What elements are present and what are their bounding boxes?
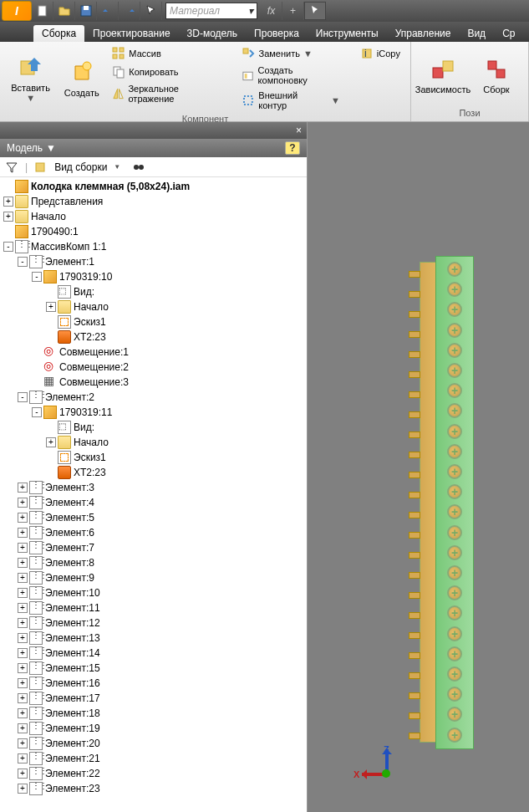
tree-element-19[interactable]: +Элемент:19: [3, 721, 307, 736]
qat-plus-icon[interactable]: +: [282, 2, 304, 20]
tree-element-18[interactable]: +Элемент:18: [3, 706, 307, 721]
tree-element-11[interactable]: +Элемент:11: [3, 600, 307, 615]
insert-button[interactable]: Вставить ▼: [7, 45, 54, 112]
expand-icon[interactable]: +: [18, 738, 28, 748]
tree-element-8[interactable]: +Элемент:8: [3, 555, 307, 570]
tree-xt[interactable]: XT2:23: [3, 329, 307, 345]
expand-icon[interactable]: +: [18, 573, 28, 583]
expand-icon[interactable]: +: [18, 618, 28, 628]
expand-icon[interactable]: +: [3, 212, 13, 222]
external-contour-button[interactable]: Внешний контур▼: [238, 89, 343, 112]
tab-view[interactable]: Вид: [459, 25, 494, 42]
collapse-icon[interactable]: -: [32, 272, 42, 282]
binoculars-icon[interactable]: [132, 161, 145, 174]
tree-pattern[interactable]: -МассивКомп 1:1: [3, 239, 307, 254]
expand-icon[interactable]: +: [18, 588, 28, 598]
tree-mate[interactable]: Совмещение:2: [3, 360, 307, 375]
tree-view[interactable]: Вид:: [3, 284, 307, 299]
tab-inspect[interactable]: Проверка: [246, 25, 308, 42]
expand-icon[interactable]: +: [18, 663, 28, 673]
tree-xt[interactable]: XT2:23: [3, 465, 307, 480]
expand-icon[interactable]: +: [18, 784, 28, 794]
tree-element-14[interactable]: +Элемент:14: [3, 646, 307, 661]
constraints-button[interactable]: Зависимость: [418, 45, 468, 106]
tree-element-3[interactable]: +Элемент:3: [3, 480, 307, 495]
expand-icon[interactable]: +: [18, 693, 28, 703]
expand-icon[interactable]: +: [18, 483, 28, 493]
tree-view[interactable]: Вид:: [3, 420, 307, 435]
tree-origin-sub[interactable]: +Начало: [3, 435, 307, 450]
3d-viewport[interactable]: Z X: [308, 122, 529, 812]
tree-element-21[interactable]: +Элемент:21: [3, 751, 307, 766]
copy-button[interactable]: Копировать: [109, 64, 225, 80]
model-tree[interactable]: Колодка клеммная (5,08x24).iam+Представл…: [0, 177, 307, 812]
filter-icon[interactable]: [5, 161, 18, 174]
tab-tools[interactable]: Инструменты: [308, 25, 387, 42]
tree-element-5[interactable]: +Элемент:5: [3, 510, 307, 525]
tree-mate[interactable]: Совмещение:3: [3, 375, 307, 390]
tree-sketch[interactable]: Эскиз1: [3, 314, 307, 329]
qat-select-icon[interactable]: [140, 2, 162, 20]
view-mode-label[interactable]: Вид сборки: [54, 161, 107, 173]
tab-3dmodel[interactable]: 3D-модель: [179, 25, 247, 42]
tree-mate[interactable]: Совмещение:1: [3, 345, 307, 360]
chevron-down-icon[interactable]: ▼: [114, 163, 120, 171]
collapse-icon[interactable]: -: [3, 242, 13, 252]
replace-button[interactable]: Заменить▼: [238, 45, 343, 62]
mirror-button[interactable]: Зеркальное отражение: [109, 82, 225, 105]
expand-icon[interactable]: +: [18, 769, 28, 779]
collapse-icon[interactable]: -: [32, 407, 42, 417]
tab-manage[interactable]: Управление: [387, 25, 460, 42]
tree-element-10[interactable]: +Элемент:10: [3, 585, 307, 600]
tree-element-12[interactable]: +Элемент:12: [3, 615, 307, 631]
expand-icon[interactable]: +: [18, 498, 28, 508]
tree-element-13[interactable]: +Элемент:13: [3, 631, 307, 646]
qat-pointer-icon[interactable]: [304, 2, 326, 20]
expand-icon[interactable]: +: [46, 302, 56, 312]
expand-icon[interactable]: +: [18, 723, 28, 733]
tree-element-15[interactable]: +Элемент:15: [3, 661, 307, 676]
create-layout-button[interactable]: Создать компоновку: [238, 64, 343, 87]
qat-new-icon[interactable]: [32, 2, 53, 20]
tree-element-7[interactable]: +Элемент:7: [3, 540, 307, 555]
tree-part[interactable]: 1790490:1: [3, 224, 307, 239]
tree-element-16[interactable]: +Элемент:16: [3, 676, 307, 691]
app-logo[interactable]: I: [2, 1, 32, 21]
expand-icon[interactable]: +: [18, 543, 28, 553]
tree-origin[interactable]: +Начало: [3, 209, 307, 224]
tree-element-2[interactable]: -Элемент:2: [3, 390, 307, 405]
expand-icon[interactable]: +: [18, 558, 28, 568]
expand-icon[interactable]: +: [18, 708, 28, 718]
tree-origin-sub[interactable]: +Начало: [3, 299, 307, 314]
pattern-button[interactable]: Массив: [109, 45, 225, 62]
qat-undo-icon[interactable]: [97, 2, 119, 20]
expand-icon[interactable]: +: [18, 513, 28, 523]
expand-icon[interactable]: +: [18, 633, 28, 643]
create-button[interactable]: Создать: [58, 45, 105, 112]
help-icon[interactable]: ?: [285, 141, 300, 155]
tree-representations[interactable]: +Представления: [3, 194, 307, 209]
tree-element-20[interactable]: +Элемент:20: [3, 736, 307, 751]
tab-design[interactable]: Проектирование: [84, 25, 179, 42]
tree-element-4[interactable]: +Элемент:4: [3, 495, 307, 510]
collapse-icon[interactable]: -: [18, 257, 28, 267]
tree-element-23[interactable]: +Элемент:23: [3, 781, 307, 796]
tree-element-17[interactable]: +Элемент:17: [3, 691, 307, 706]
expand-icon[interactable]: +: [18, 678, 28, 688]
collapse-icon[interactable]: -: [18, 392, 28, 402]
tree-subpart[interactable]: -1790319:10: [3, 269, 307, 284]
expand-icon[interactable]: +: [18, 648, 28, 658]
icopy-button[interactable]: i iCopy: [357, 45, 404, 62]
qat-open-icon[interactable]: [53, 2, 75, 20]
tab-env[interactable]: Ср: [494, 25, 523, 42]
panel-close-icon[interactable]: ×: [296, 125, 302, 136]
tree-subpart[interactable]: -1790319:11: [3, 405, 307, 420]
expand-icon[interactable]: +: [46, 437, 56, 447]
qat-fx-icon[interactable]: fx: [261, 2, 282, 20]
tree-element-6[interactable]: +Элемент:6: [3, 525, 307, 540]
panel-drag-bar[interactable]: ×: [0, 122, 307, 139]
assembly-button[interactable]: Сборк: [471, 45, 521, 106]
qat-save-icon[interactable]: [75, 2, 97, 20]
chevron-down-icon[interactable]: ▼: [46, 142, 56, 154]
tree-element-9[interactable]: +Элемент:9: [3, 570, 307, 585]
